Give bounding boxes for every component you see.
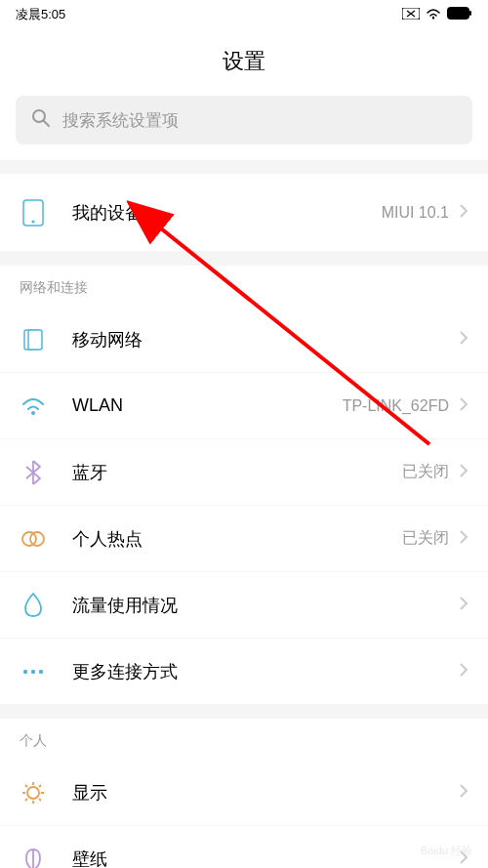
status-bar: 凌晨5:05 bbox=[0, 0, 488, 29]
svg-point-6 bbox=[32, 220, 35, 223]
bluetooth-icon bbox=[20, 459, 47, 486]
search-container: 搜索系统设置项 bbox=[0, 96, 488, 160]
svg-point-11 bbox=[30, 532, 44, 546]
svg-point-15 bbox=[27, 787, 39, 799]
battery-icon bbox=[447, 7, 472, 22]
chevron-right-icon bbox=[459, 596, 468, 615]
hotspot-icon bbox=[20, 525, 47, 553]
item-label: 个人热点 bbox=[72, 527, 402, 551]
search-icon bbox=[31, 108, 51, 132]
sim-icon bbox=[20, 326, 47, 353]
item-value: 已关闭 bbox=[402, 528, 449, 549]
svg-point-14 bbox=[39, 669, 43, 673]
search-placeholder: 搜索系统设置项 bbox=[62, 109, 179, 132]
wallpaper-item[interactable]: 壁纸 bbox=[0, 826, 488, 868]
chevron-right-icon bbox=[459, 662, 468, 682]
more-icon bbox=[20, 658, 47, 685]
chevron-right-icon bbox=[459, 529, 468, 549]
item-value: TP-LINK_62FD bbox=[343, 397, 449, 415]
item-value: 已关闭 bbox=[402, 462, 449, 482]
bluetooth-item[interactable]: 蓝牙 已关闭 bbox=[0, 439, 488, 506]
item-label: 我的设备 bbox=[72, 201, 382, 225]
status-time: 凌晨5:05 bbox=[16, 6, 65, 23]
svg-point-9 bbox=[31, 411, 35, 415]
divider bbox=[0, 160, 488, 174]
item-value: MIUI 10.1 bbox=[382, 204, 449, 222]
svg-rect-8 bbox=[28, 330, 42, 350]
wifi-icon bbox=[426, 8, 441, 22]
my-device-item[interactable]: 我的设备 MIUI 10.1 bbox=[0, 174, 488, 252]
divider bbox=[0, 705, 488, 719]
watermark: Baidu 经验 bbox=[421, 844, 472, 858]
more-connections-item[interactable]: 更多连接方式 bbox=[0, 639, 488, 705]
mobile-network-item[interactable]: 移动网络 bbox=[0, 307, 488, 373]
svg-rect-2 bbox=[447, 7, 469, 20]
display-item[interactable]: 显示 bbox=[0, 760, 488, 826]
svg-point-10 bbox=[22, 532, 36, 546]
search-input[interactable]: 搜索系统设置项 bbox=[16, 96, 472, 145]
svg-point-4 bbox=[33, 110, 45, 122]
item-label: 移动网络 bbox=[72, 328, 459, 351]
item-label: 显示 bbox=[72, 781, 459, 805]
page-header: 设置 bbox=[0, 29, 488, 96]
chevron-right-icon bbox=[459, 396, 468, 416]
hotspot-item[interactable]: 个人热点 已关闭 bbox=[0, 506, 488, 572]
item-label: 流量使用情况 bbox=[72, 594, 459, 617]
wlan-item[interactable]: WLAN TP-LINK_62FD bbox=[0, 373, 488, 439]
section-header-network: 网络和连接 bbox=[0, 266, 488, 307]
status-indicators bbox=[402, 7, 472, 22]
item-label: 更多连接方式 bbox=[72, 660, 459, 683]
item-label: WLAN bbox=[72, 395, 343, 416]
no-sim-icon bbox=[402, 8, 420, 22]
item-label: 蓝牙 bbox=[72, 461, 402, 484]
svg-point-13 bbox=[31, 669, 35, 673]
wifi-settings-icon bbox=[20, 393, 47, 420]
chevron-right-icon bbox=[459, 783, 468, 803]
chevron-right-icon bbox=[459, 330, 468, 350]
svg-point-12 bbox=[23, 669, 27, 673]
divider bbox=[0, 252, 488, 266]
svg-point-1 bbox=[432, 16, 434, 18]
data-usage-icon bbox=[20, 592, 47, 619]
item-label: 壁纸 bbox=[72, 847, 459, 868]
chevron-right-icon bbox=[459, 203, 468, 223]
chevron-right-icon bbox=[459, 463, 468, 482]
svg-rect-3 bbox=[469, 11, 471, 16]
wallpaper-icon bbox=[20, 846, 47, 868]
page-title: 设置 bbox=[0, 47, 488, 76]
data-usage-item[interactable]: 流量使用情况 bbox=[0, 572, 488, 639]
device-icon bbox=[20, 199, 47, 227]
display-icon bbox=[20, 779, 47, 806]
section-header-personal: 个人 bbox=[0, 719, 488, 760]
